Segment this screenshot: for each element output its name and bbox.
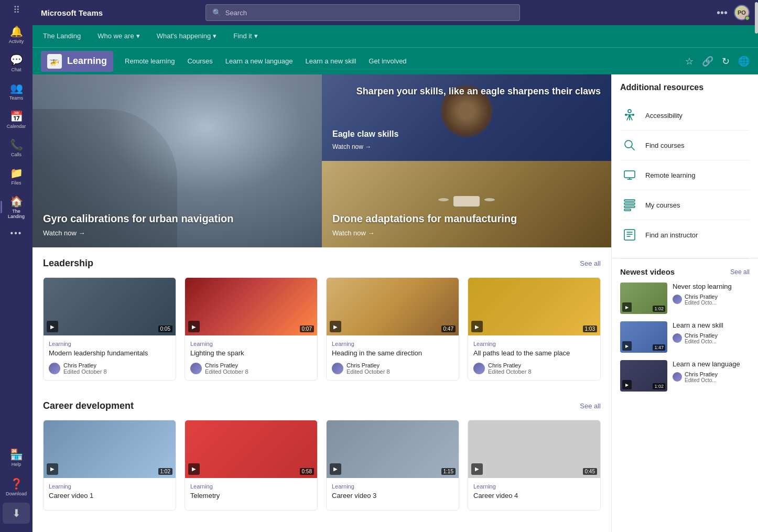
avatar[interactable]: PO <box>734 5 750 20</box>
sidebar: ⠿ 🔔 Activity 💬 Chat 👥 Teams 📅 Calendar 📞… <box>0 0 33 532</box>
search-bar[interactable]: 🔍 <box>205 4 520 21</box>
search-input[interactable] <box>225 9 513 17</box>
newest-author-avatar-1 <box>673 333 682 343</box>
newest-video-title-0: Never stop learning <box>673 283 750 291</box>
career-duration-0: 1:02 <box>158 468 172 475</box>
star-button[interactable]: ☆ <box>685 56 694 67</box>
svg-point-1 <box>625 114 627 116</box>
sidebar-item-help[interactable]: ❓ Download <box>3 473 30 501</box>
video-thumb-1: ▶ 0:07 <box>185 278 317 335</box>
newest-play-1[interactable]: ▶ <box>622 341 632 351</box>
hero-card-eagle[interactable]: Eagle claw skills Watch now → Sharpen yo… <box>322 74 611 161</box>
more-options-icon[interactable]: ••• <box>717 7 728 19</box>
video-card-0[interactable]: ▶ 0:05 Learning Modern leadership fundam… <box>43 277 176 381</box>
chevron-down-icon: ▾ <box>136 32 140 40</box>
author-avatar-0 <box>49 363 60 374</box>
newest-see-all[interactable]: See all <box>730 268 750 276</box>
duration-badge-3: 1:03 <box>583 325 597 332</box>
newest-video-0[interactable]: ▶ 1:02 Never stop learning Chris Pratley… <box>620 283 750 314</box>
newest-thumb-1: ▶ 1:47 <box>620 321 667 353</box>
svg-rect-12 <box>624 230 635 240</box>
video-card-3[interactable]: ▶ 1:03 Learning All paths lead to the sa… <box>468 277 601 381</box>
nav-item-who-we-are[interactable]: Who we are ▾ <box>95 25 142 47</box>
author-edited-0: Edited October 8 <box>63 368 107 375</box>
resources-title: Additional resources <box>620 83 750 92</box>
career-play-0[interactable]: ▶ <box>47 463 58 475</box>
grid-icon[interactable]: ⠿ <box>13 4 20 16</box>
learning-nav-skill[interactable]: Learn a new skill <box>305 55 358 67</box>
nav-item-find-it[interactable]: Find it ▾ <box>231 25 259 47</box>
resource-find-instructor[interactable]: Find an instructor <box>620 220 750 249</box>
sidebar-item-calendar[interactable]: 📅 Calendar <box>3 106 30 133</box>
newest-title: Newest videos <box>620 267 675 276</box>
career-play-2[interactable]: ▶ <box>330 463 341 475</box>
newest-author-name-2: Chris Pratley <box>685 371 718 377</box>
play-button-0[interactable]: ▶ <box>47 321 58 332</box>
hero-watch-drone[interactable]: Watch now → <box>332 229 517 237</box>
career-video-grid: ▶ 1:02 Learning Career video 1 ▶ 0 <box>43 420 601 511</box>
newest-play-0[interactable]: ▶ <box>622 302 632 312</box>
newest-author-edited-1: Edited Octo... <box>685 339 718 344</box>
learning-nav-remote[interactable]: Remote learning <box>124 55 176 67</box>
newest-duration-1: 1:47 <box>653 344 665 351</box>
career-video-card-2[interactable]: ▶ 1:15 Learning Career video 3 <box>326 420 459 511</box>
play-button-2[interactable]: ▶ <box>330 321 341 332</box>
play-button-1[interactable]: ▶ <box>188 321 200 332</box>
sidebar-item-calls[interactable]: 📞 Calls <box>3 134 30 161</box>
career-video-card-1[interactable]: ▶ 0:58 Learning Telemetry <box>185 420 318 511</box>
newest-video-2[interactable]: ▶ 1:02 Learn a new language Chris Pratle… <box>620 360 750 392</box>
resource-my-courses[interactable]: My courses <box>620 190 750 220</box>
nav-item-whats-happening[interactable]: What's happening ▾ <box>155 25 219 47</box>
search-icon: 🔍 <box>212 8 221 17</box>
career-video-card-0[interactable]: ▶ 1:02 Learning Career video 1 <box>43 420 176 511</box>
find-courses-label: Find courses <box>645 142 684 149</box>
newest-video-title-1: Learn a new skill <box>673 321 750 330</box>
video-card-2[interactable]: ▶ 0:47 Learning Heading in the same dire… <box>326 277 459 381</box>
career-play-3[interactable]: ▶ <box>471 463 483 475</box>
hero-card-eagle-watch: Eagle claw skills Watch now → <box>332 129 398 150</box>
learning-nav-courses[interactable]: Courses <box>186 55 213 67</box>
hero-card-gyro[interactable]: Gyro calibrations for urban navigation W… <box>33 74 322 247</box>
learning-brand-icon: 🚁 <box>47 54 62 69</box>
sidebar-item-teams[interactable]: 👥 Teams <box>3 78 30 105</box>
video-card-1[interactable]: ▶ 0:07 Learning Lighting the spark Chris… <box>185 277 318 381</box>
sidebar-item-chat[interactable]: 💬 Chat <box>3 49 30 77</box>
nav-item-landing[interactable]: The Landing <box>41 25 83 47</box>
learning-nav-language[interactable]: Learn a new language <box>224 55 294 67</box>
sidebar-label-landing: The Landing <box>5 209 28 219</box>
refresh-button[interactable]: ↻ <box>722 56 730 67</box>
leadership-see-all[interactable]: See all <box>580 259 601 267</box>
sidebar-label-files: Files <box>11 180 21 186</box>
learning-nav: Remote learning Courses Learn a new lang… <box>124 55 675 67</box>
link-button[interactable]: 🔗 <box>702 56 713 67</box>
sidebar-label-chat: Chat <box>11 67 21 72</box>
resource-find-courses[interactable]: Find courses <box>620 131 750 160</box>
video-thumb-2: ▶ 0:47 <box>327 278 459 335</box>
career-play-1[interactable]: ▶ <box>188 463 200 475</box>
learning-nav-involved[interactable]: Get involved <box>367 55 407 67</box>
sidebar-item-download[interactable]: ⬇ <box>3 503 30 524</box>
sidebar-item-activity[interactable]: 🔔 Activity <box>3 21 30 48</box>
newest-duration-2: 1:02 <box>653 383 665 389</box>
accessibility-icon <box>620 106 639 125</box>
globe-button[interactable]: 🌐 <box>738 56 750 67</box>
career-video-card-3[interactable]: ▶ 0:45 Learning Career video 4 <box>468 420 601 511</box>
svg-rect-11 <box>624 209 631 211</box>
sidebar-item-landing[interactable]: 🏠 The Landing <box>3 191 30 223</box>
hero-card-drone[interactable]: Drone adaptations for manufacturing Watc… <box>322 161 611 247</box>
hero-watch-eagle[interactable]: Watch now → <box>332 143 398 150</box>
duration-badge-1: 0:07 <box>300 325 314 332</box>
resource-remote-learning[interactable]: Remote learning <box>620 160 750 190</box>
sidebar-item-store[interactable]: 🏪 Help <box>3 444 30 471</box>
resource-accessibility[interactable]: Accessibility <box>620 101 750 131</box>
newest-play-2[interactable]: ▶ <box>622 380 632 389</box>
author-avatar-1 <box>190 363 202 374</box>
main-area: Microsoft Teams 🔍 ••• PO The Landing Who… <box>33 0 758 532</box>
sidebar-item-more[interactable]: ••• <box>3 224 30 242</box>
sidebar-item-files[interactable]: 📁 Files <box>3 162 30 190</box>
hero-watch-gyro[interactable]: Watch now → <box>43 229 233 237</box>
career-see-all[interactable]: See all <box>580 402 601 410</box>
author-avatar-2 <box>332 363 343 374</box>
play-button-3[interactable]: ▶ <box>471 321 483 332</box>
newest-video-1[interactable]: ▶ 1:47 Learn a new skill Chris Pratley E… <box>620 321 750 353</box>
